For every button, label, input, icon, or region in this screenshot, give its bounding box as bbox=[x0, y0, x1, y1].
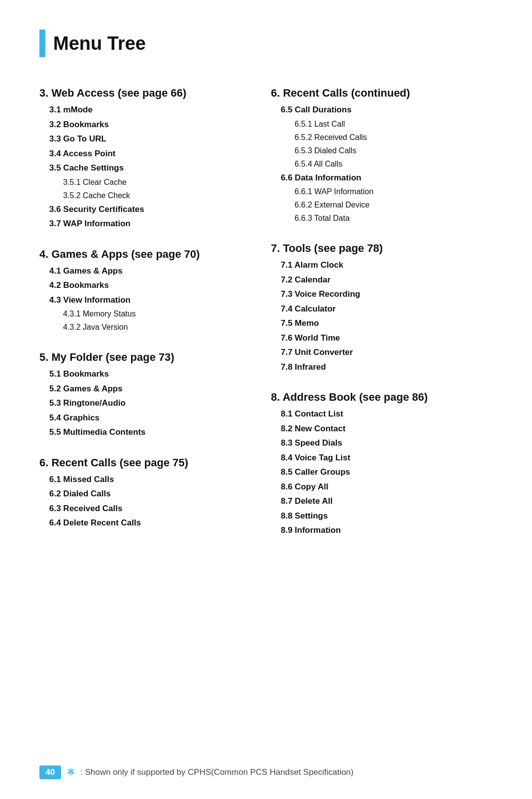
footer-text: : Shown only if supported by CPHS(Common… bbox=[80, 767, 354, 777]
section-8-heading: 8. Address Book (see page 86) bbox=[271, 391, 493, 404]
list-item: 5.5 Multimedia Contents bbox=[49, 426, 251, 439]
list-item: 3.5 Cache Settings bbox=[49, 162, 251, 174]
list-item: 7.8 Infrared bbox=[281, 361, 493, 374]
list-item: 3.6 Security Certificates bbox=[49, 203, 251, 216]
section-6-left: 6. Recent Calls (see page 75) 6.1 Missed… bbox=[39, 456, 251, 529]
list-item: 6.5.2 Received Calls bbox=[295, 132, 493, 143]
list-item: 7.1 Alarm Clock bbox=[281, 259, 493, 272]
section-3: 3. Web Access (see page 66) 3.1 mMode 3.… bbox=[39, 87, 251, 230]
section-5: 5. My Folder (see page 73) 5.1 Bookmarks… bbox=[39, 351, 251, 439]
list-item: 6.4 Delete Recent Calls bbox=[49, 517, 251, 529]
list-item: 5.2 Games & Apps bbox=[49, 382, 251, 395]
section-7-heading: 7. Tools (see page 78) bbox=[271, 242, 493, 255]
list-item: 8.7 Delete All bbox=[281, 495, 493, 508]
page: Menu Tree 3. Web Access (see page 66) 3.… bbox=[0, 0, 532, 799]
section-4-heading: 4. Games & Apps (see page 70) bbox=[39, 248, 251, 261]
blue-accent-bar bbox=[39, 30, 45, 57]
list-item: 3.3 Go To URL bbox=[49, 133, 251, 145]
list-item: 4.3 View Information bbox=[49, 294, 251, 307]
section-4: 4. Games & Apps (see page 70) 4.1 Games … bbox=[39, 248, 251, 334]
left-column: 3. Web Access (see page 66) 3.1 mMode 3.… bbox=[39, 87, 266, 555]
list-item: 7.7 Unit Converter bbox=[281, 346, 493, 359]
list-item: 6.3 Received Calls bbox=[49, 502, 251, 515]
list-item: 6.6.3 Total Data bbox=[295, 212, 493, 224]
list-item: 4.1 Games & Apps bbox=[49, 265, 251, 278]
page-header: Menu Tree bbox=[39, 30, 493, 57]
list-item: 4.2 Bookmarks bbox=[49, 279, 251, 292]
right-column: 6. Recent Calls (continued) 6.5 Call Dur… bbox=[266, 87, 493, 555]
page-number: 40 bbox=[39, 765, 61, 779]
section-6-right: 6. Recent Calls (continued) 6.5 Call Dur… bbox=[271, 87, 493, 224]
list-item: 6.5.1 Last Call bbox=[295, 118, 493, 130]
list-item: 3.5.1 Clear Cache bbox=[63, 176, 251, 188]
list-item: 6.2 Dialed Calls bbox=[49, 487, 251, 500]
list-item: 4.3.1 Memory Status bbox=[63, 308, 251, 320]
list-item: 8.2 New Contact bbox=[281, 422, 493, 435]
list-item: 6.6.2 External Device bbox=[295, 199, 493, 211]
asterisk-icon: ※ bbox=[67, 767, 74, 778]
list-item: 8.8 Settings bbox=[281, 510, 493, 522]
list-item: 5.3 Ringtone/Audio bbox=[49, 397, 251, 410]
list-item: 5.1 Bookmarks bbox=[49, 368, 251, 381]
page-footer: 40 ※ : Shown only if supported by CPHS(C… bbox=[39, 765, 493, 779]
section-8: 8. Address Book (see page 86) 8.1 Contac… bbox=[271, 391, 493, 537]
list-item: 8.3 Speed Dials bbox=[281, 437, 493, 450]
section-5-heading: 5. My Folder (see page 73) bbox=[39, 351, 251, 364]
list-item: 3.1 mMode bbox=[49, 104, 251, 116]
list-item: 6.5.4 All Calls bbox=[295, 158, 493, 170]
list-item: 3.5.2 Cache Check bbox=[63, 190, 251, 202]
list-item: 7.6 World Time bbox=[281, 332, 493, 345]
list-item: 8.1 Contact List bbox=[281, 408, 493, 420]
section-3-heading: 3. Web Access (see page 66) bbox=[39, 87, 251, 100]
list-item: 6.5.3 Dialed Calls bbox=[295, 145, 493, 157]
section-7: 7. Tools (see page 78) 7.1 Alarm Clock 7… bbox=[271, 242, 493, 373]
list-item: 3.4 Access Point bbox=[49, 147, 251, 160]
list-item: 5.4 Graphics bbox=[49, 412, 251, 424]
list-item: 3.7 WAP Information bbox=[49, 217, 251, 230]
list-item: 6.6 Data Information bbox=[281, 172, 493, 184]
list-item: 6.6.1 WAP Information bbox=[295, 186, 493, 198]
list-item: 6.1 Missed Calls bbox=[49, 473, 251, 486]
list-item: 8.5 Caller Groups bbox=[281, 466, 493, 479]
section-6-continued-heading: 6. Recent Calls (continued) bbox=[271, 87, 493, 100]
list-item: 8.4 Voice Tag List bbox=[281, 452, 493, 464]
list-item: 8.9 Information bbox=[281, 524, 493, 537]
list-item: 7.2 Calendar bbox=[281, 274, 493, 286]
list-item: 8.6 Copy All bbox=[281, 481, 493, 493]
content-area: 3. Web Access (see page 66) 3.1 mMode 3.… bbox=[39, 87, 493, 555]
section-6-heading: 6. Recent Calls (see page 75) bbox=[39, 456, 251, 469]
list-item: 7.5 Memo bbox=[281, 317, 493, 330]
list-item: 7.3 Voice Recording bbox=[281, 288, 493, 301]
list-item: 7.4 Calculator bbox=[281, 303, 493, 315]
list-item: 4.3.2 Java Version bbox=[63, 321, 251, 333]
page-title: Menu Tree bbox=[53, 33, 146, 54]
list-item: 6.5 Call Durations bbox=[281, 104, 493, 116]
list-item: 3.2 Bookmarks bbox=[49, 118, 251, 131]
